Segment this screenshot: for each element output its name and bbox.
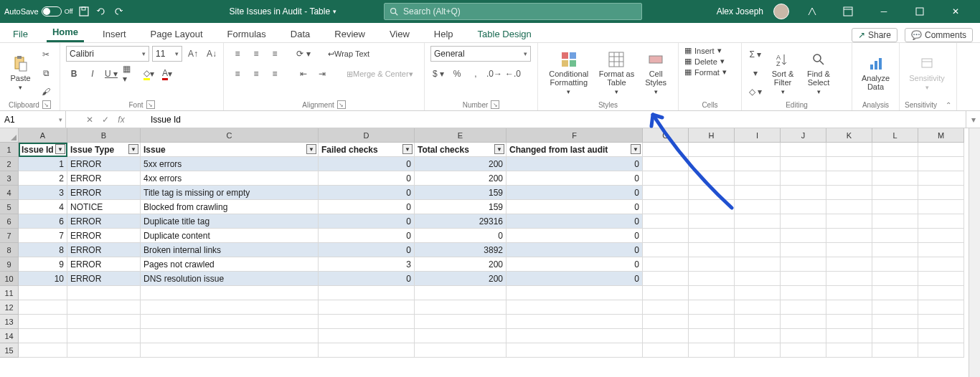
collapse-ribbon-icon[interactable]: ⌃: [946, 101, 951, 109]
cell[interactable]: [826, 343, 872, 358]
align-left-icon[interactable]: ≡: [230, 66, 245, 82]
cell[interactable]: [735, 214, 781, 229]
font-name-combo[interactable]: Calibri▾: [66, 46, 149, 62]
cell[interactable]: [319, 343, 415, 358]
cell[interactable]: [643, 143, 689, 157]
row-header[interactable]: 1: [0, 143, 19, 157]
cell[interactable]: [141, 343, 319, 358]
column-header[interactable]: B: [67, 128, 141, 143]
autosave-toggle[interactable]: AutoSave Off: [4, 6, 73, 16]
cell[interactable]: [735, 200, 781, 214]
cell[interactable]: [415, 329, 507, 343]
user-name[interactable]: Alex Joseph: [717, 6, 763, 16]
number-launcher[interactable]: ↘: [491, 100, 499, 109]
search-input[interactable]: Search (Alt+Q): [384, 3, 642, 20]
align-bottom-icon[interactable]: ≡: [267, 46, 283, 62]
column-header[interactable]: L: [872, 128, 918, 143]
analyze-data-button[interactable]: Analyze Data: [858, 49, 893, 97]
cell[interactable]: [643, 272, 689, 286]
tab-table-design[interactable]: Table Design: [472, 26, 537, 42]
cell[interactable]: [689, 300, 735, 315]
row-header[interactable]: 14: [0, 329, 19, 343]
cell[interactable]: ERROR: [67, 272, 141, 286]
cell[interactable]: [826, 186, 872, 200]
cell[interactable]: 0: [507, 257, 643, 272]
cell[interactable]: [918, 272, 964, 286]
cell[interactable]: [872, 143, 918, 157]
format-as-table-button[interactable]: Format as Table▾: [597, 49, 637, 97]
cell[interactable]: 8: [19, 243, 67, 257]
cell[interactable]: [689, 186, 735, 200]
column-header[interactable]: A: [19, 128, 67, 143]
cell[interactable]: Pages not crawled: [141, 257, 319, 272]
cell[interactable]: [19, 286, 67, 300]
cell[interactable]: [872, 343, 918, 358]
bold-button[interactable]: B: [66, 66, 82, 82]
enter-fx-icon[interactable]: ✓: [102, 115, 109, 125]
cell[interactable]: [643, 343, 689, 358]
borders-icon[interactable]: ▦ ▾: [122, 66, 138, 82]
cell[interactable]: [781, 343, 826, 358]
filter-dropdown-icon[interactable]: ▼: [494, 144, 504, 154]
cell[interactable]: Issue Type▼: [67, 143, 141, 157]
cell[interactable]: Title tag is missing or empty: [141, 186, 319, 200]
cell[interactable]: [643, 329, 689, 343]
cell[interactable]: [141, 286, 319, 300]
tab-help[interactable]: Help: [428, 26, 459, 42]
cell[interactable]: ERROR: [67, 214, 141, 229]
cell[interactable]: [507, 329, 643, 343]
cell[interactable]: 1: [19, 157, 67, 171]
tab-file[interactable]: File: [7, 26, 34, 42]
cell[interactable]: [781, 200, 826, 214]
increase-decimal-icon[interactable]: .0→: [486, 66, 502, 82]
cell[interactable]: [735, 229, 781, 243]
cell[interactable]: [735, 272, 781, 286]
cell[interactable]: [781, 257, 826, 272]
cell[interactable]: [689, 229, 735, 243]
cell[interactable]: NOTICE: [67, 200, 141, 214]
cell[interactable]: ERROR: [67, 157, 141, 171]
cell[interactable]: [918, 300, 964, 315]
cell[interactable]: [643, 300, 689, 315]
cell[interactable]: [872, 171, 918, 186]
tab-data[interactable]: Data: [285, 26, 316, 42]
percent-icon[interactable]: %: [449, 66, 465, 82]
decrease-font-icon[interactable]: A↓: [204, 46, 220, 62]
cell[interactable]: [918, 229, 964, 243]
cell[interactable]: [872, 272, 918, 286]
cell[interactable]: ERROR: [67, 243, 141, 257]
format-painter-icon[interactable]: 🖌: [38, 84, 54, 100]
cell[interactable]: [67, 329, 141, 343]
font-color-icon[interactable]: A ▾: [159, 66, 175, 82]
cell[interactable]: 0: [507, 229, 643, 243]
cell[interactable]: [826, 214, 872, 229]
ribbon-options-icon[interactable]: [835, 0, 861, 23]
row-header[interactable]: 15: [0, 343, 19, 358]
cell[interactable]: [19, 343, 67, 358]
cell[interactable]: [872, 200, 918, 214]
cell[interactable]: [735, 343, 781, 358]
cell[interactable]: [872, 257, 918, 272]
cell[interactable]: [918, 186, 964, 200]
cell[interactable]: 9: [19, 257, 67, 272]
column-header[interactable]: J: [781, 128, 826, 143]
cell[interactable]: 0: [319, 229, 415, 243]
cells-format-button[interactable]: ▦ Format ▾: [684, 67, 727, 77]
cell[interactable]: [826, 272, 872, 286]
cell[interactable]: [735, 257, 781, 272]
tab-page-layout[interactable]: Page Layout: [145, 26, 209, 42]
cell[interactable]: [643, 286, 689, 300]
close-button[interactable]: ✕: [943, 0, 969, 23]
copy-icon[interactable]: ⧉: [38, 65, 54, 81]
cell[interactable]: [918, 286, 964, 300]
row-header[interactable]: 4: [0, 186, 19, 200]
italic-button[interactable]: I: [85, 66, 100, 82]
cell[interactable]: [826, 171, 872, 186]
cell[interactable]: [781, 157, 826, 171]
cell[interactable]: 0: [319, 214, 415, 229]
wrap-text-button[interactable]: ↩ Wrap Text: [324, 46, 373, 62]
autosum-icon[interactable]: Σ ▾: [748, 47, 763, 62]
cell[interactable]: 10: [19, 272, 67, 286]
cell[interactable]: [67, 286, 141, 300]
fill-icon[interactable]: ▾: [748, 65, 763, 81]
